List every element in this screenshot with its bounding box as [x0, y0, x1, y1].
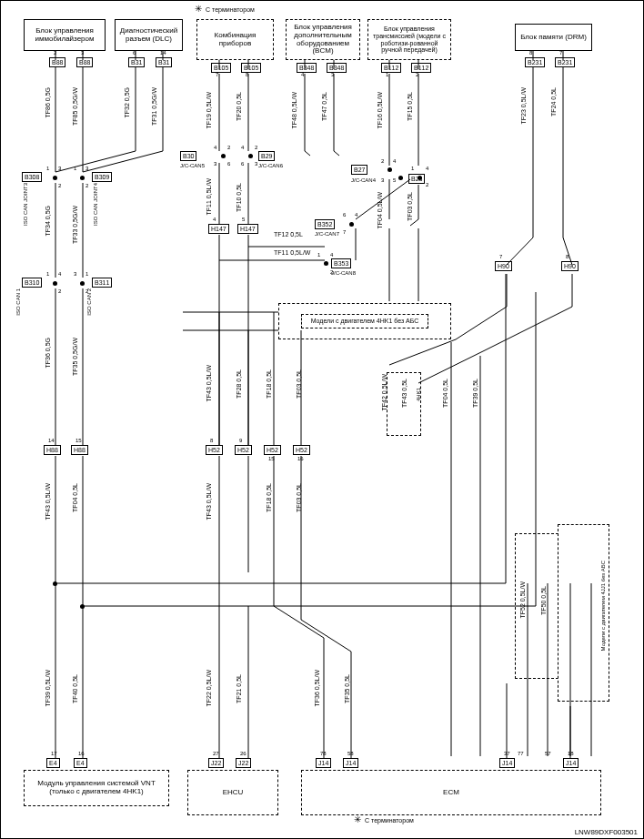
- wiring-diagram: С терминатором ✳ Блок управления иммобил…: [0, 0, 644, 839]
- wiring-lines: [1, 1, 644, 839]
